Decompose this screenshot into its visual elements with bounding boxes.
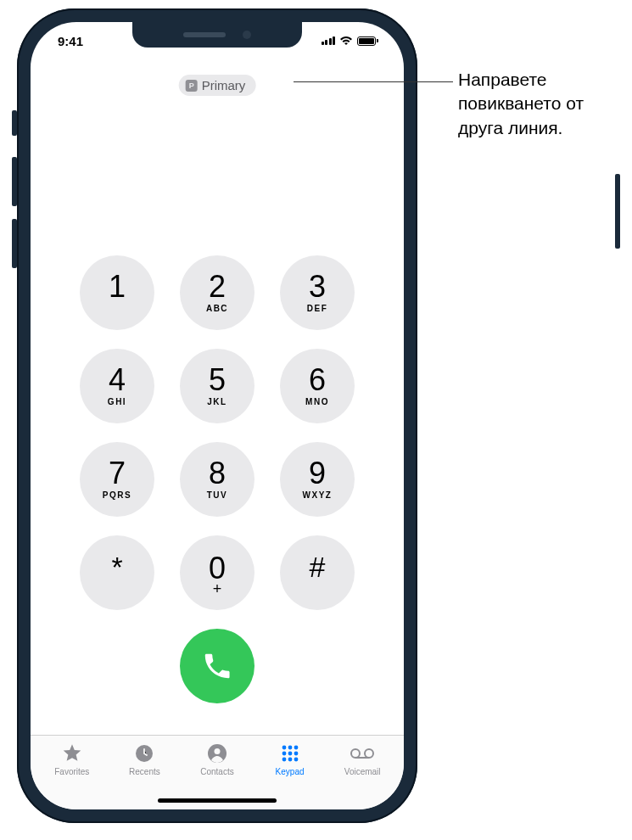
tab-label: Contacts — [200, 767, 233, 776]
tab-label: Voicemail — [344, 767, 381, 776]
key-letters: GHI — [108, 397, 126, 407]
tab-voicemail[interactable]: Voicemail — [326, 742, 399, 776]
key-digit: 6 — [309, 365, 326, 395]
call-button[interactable] — [180, 629, 254, 703]
key-letters: TUV — [207, 490, 228, 501]
keypad-icon — [280, 742, 300, 764]
key-letters: ABC — [206, 304, 228, 314]
svg-point-10 — [288, 758, 292, 762]
battery-icon — [357, 36, 378, 46]
keypad-key-1[interactable]: 1. — [80, 255, 154, 330]
svg-point-7 — [288, 752, 292, 756]
status-time: 9:41 — [53, 34, 83, 48]
key-letters: + — [213, 580, 222, 591]
key-digit: 3 — [309, 272, 326, 302]
svg-point-6 — [282, 752, 286, 756]
line-selector-button[interactable]: P Primary — [179, 75, 256, 96]
svg-point-13 — [365, 749, 373, 758]
keypad-key-8[interactable]: 8TUV — [180, 442, 254, 517]
keypad-key-6[interactable]: 6MNO — [280, 349, 355, 423]
speaker-grille — [183, 32, 226, 37]
tab-recents[interactable]: Recents — [109, 742, 182, 776]
keypad-key-3[interactable]: 3DEF — [280, 255, 355, 330]
front-camera — [243, 31, 251, 39]
svg-point-12 — [351, 749, 360, 758]
svg-point-8 — [294, 752, 298, 756]
wifi-icon — [339, 36, 353, 46]
key-digit: 8 — [209, 458, 226, 489]
key-digit: 2 — [209, 272, 226, 302]
keypad-key-9[interactable]: 9WXYZ — [280, 442, 355, 517]
keypad-key-0[interactable]: 0+ — [180, 535, 254, 610]
star-icon — [61, 742, 83, 764]
key-digit: 0 — [209, 555, 226, 582]
phone-frame: 9:41 P Primary 1.2ABC3DEF4GHI5JKL6MNO7PQ… — [17, 8, 417, 823]
callout-leader-line — [294, 81, 453, 82]
keypad-key-7[interactable]: 7PQRS — [80, 442, 154, 517]
key-digit: 9 — [309, 458, 326, 489]
key-digit: 7 — [109, 458, 126, 489]
svg-point-11 — [294, 758, 298, 762]
tab-label: Keypad — [276, 767, 305, 776]
key-digit: 5 — [209, 365, 226, 395]
tab-contacts[interactable]: Contacts — [181, 742, 254, 776]
key-letters: PQRS — [103, 490, 131, 501]
callout-text: Направете повикването от друга линия. — [458, 68, 628, 140]
key-digit: 4 — [109, 365, 126, 395]
tab-label: Favorites — [54, 767, 89, 776]
line-badge-icon: P — [186, 80, 198, 92]
key-letters: MNO — [305, 397, 329, 407]
svg-point-5 — [294, 746, 298, 750]
side-button — [615, 174, 620, 249]
svg-point-3 — [282, 746, 286, 750]
line-selector-label: Primary — [202, 78, 246, 92]
keypad-key-star[interactable]: *. — [80, 535, 154, 610]
cellular-signal-icon — [322, 36, 336, 45]
tab-keypad[interactable]: Keypad — [254, 742, 327, 776]
tab-label: Recents — [129, 767, 160, 776]
phone-notch — [132, 22, 302, 48]
keypad-key-2[interactable]: 2ABC — [180, 255, 254, 330]
svg-point-2 — [214, 748, 220, 754]
keypad-key-5[interactable]: 5JKL — [180, 349, 254, 423]
clock-icon — [134, 742, 154, 764]
phone-icon — [201, 650, 233, 682]
keypad-key-hash[interactable]: #. — [280, 535, 355, 610]
voicemail-icon — [350, 742, 375, 764]
phone-screen: 9:41 P Primary 1.2ABC3DEF4GHI5JKL6MNO7PQ… — [31, 22, 404, 809]
svg-point-4 — [288, 746, 292, 750]
person-icon — [207, 742, 227, 764]
home-indicator[interactable] — [158, 798, 277, 803]
dialer-keypad: 1.2ABC3DEF4GHI5JKL6MNO7PQRS8TUV9WXYZ*.0+… — [31, 255, 404, 703]
key-letters: JKL — [207, 397, 227, 407]
svg-point-9 — [282, 758, 286, 762]
key-digit: 1 — [109, 272, 126, 302]
key-digit: # — [310, 552, 326, 581]
keypad-key-4[interactable]: 4GHI — [80, 349, 154, 423]
key-letters: DEF — [307, 304, 328, 314]
key-digit: * — [111, 552, 122, 581]
key-letters: WXYZ — [303, 490, 333, 501]
tab-favorites[interactable]: Favorites — [36, 742, 109, 776]
